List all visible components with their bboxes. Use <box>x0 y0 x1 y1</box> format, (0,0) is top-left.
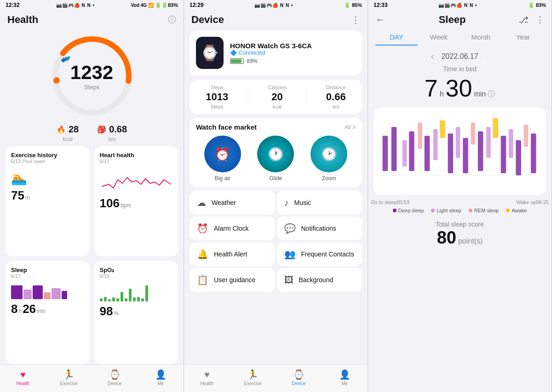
menu-music[interactable]: ♪ Music <box>277 191 362 215</box>
exercise-date: 6/13 Pool swim <box>11 159 84 164</box>
exercise-nav-label-d: Exercise <box>244 381 261 386</box>
nav-health-d[interactable]: ♥ Health <box>184 368 230 387</box>
svg-rect-16 <box>478 131 483 171</box>
wf-thumb-zoom: 🕑 <box>310 136 347 172</box>
status-icons-device: 📷🎬🎮🍎 N N • <box>254 3 293 8</box>
calories-metric-value: 20 <box>271 91 282 103</box>
exercise-nav-label: Exercise <box>60 381 77 386</box>
bottom-nav-device: ♥ Health 🏃 Exercise ⌚ Device 👤 Me <box>184 364 368 392</box>
nav-health[interactable]: ♥ Health <box>0 368 46 387</box>
exercise-nav-icon-d: 🏃 <box>247 369 259 380</box>
health-alert-icon: 🔔 <box>197 249 208 260</box>
share-icon[interactable]: ⎇ <box>519 15 529 25</box>
info-icon[interactable]: ⓘ <box>168 14 176 25</box>
status-bar-device: 12:29 📷🎬🎮🍎 N N • 🔋 85% <box>184 0 368 10</box>
menu-user-guidance[interactable]: 📋 User guidance <box>190 268 275 292</box>
menu-health-alert[interactable]: 🔔 Health Alert <box>190 242 275 266</box>
sleep-info-icon[interactable]: ⓘ <box>488 90 495 99</box>
spo2-title: SpO₂ <box>100 267 173 273</box>
back-button[interactable]: ← <box>375 14 385 26</box>
svg-rect-14 <box>463 138 468 173</box>
sleep-minutes: 30 <box>446 74 472 102</box>
rem-label: REM sleep <box>474 208 499 213</box>
light-label: Light sleep <box>437 208 461 213</box>
steps-circle: 👟 1232 Steps <box>48 32 136 119</box>
sleep-min-unit: min <box>474 90 486 103</box>
heart-value: 106 <box>100 196 120 210</box>
sleep-title: Sleep <box>439 14 466 26</box>
battery-row: 89% <box>230 58 312 64</box>
health-nav-icon-d: ♥ <box>204 369 210 380</box>
watch-face-zoom[interactable]: 🕑 Zoom <box>310 136 347 182</box>
spo2-card[interactable]: SpO₂ 6/15 98 % <box>94 261 178 364</box>
tab-year[interactable]: Year <box>502 29 544 45</box>
exercise-card[interactable]: Exercise history 6/13 Pool swim 🏊 75 m <box>6 146 90 256</box>
date-next[interactable]: › <box>486 51 489 62</box>
background-label: Background <box>299 276 334 284</box>
heart-chart-svg <box>100 170 173 193</box>
sleep-score-section: Total sleep score 80 point(s) <box>368 216 552 250</box>
sleep-h: h <box>18 308 22 314</box>
nav-me[interactable]: 👤 Me <box>138 368 184 387</box>
health-nav-label: Health <box>16 381 29 386</box>
watch-face-bigair[interactable]: ⏰ Big air <box>204 136 241 182</box>
nav-device[interactable]: ⌚ Device <box>92 368 138 387</box>
deep-dot <box>393 209 397 212</box>
health-stats-row: 🔥 28 kcal 🎒 0.68 km <box>0 122 184 146</box>
more-icon[interactable]: ⋮ <box>536 15 544 25</box>
svg-rect-23 <box>531 134 536 173</box>
wf-name-zoom: Zoom <box>322 175 336 182</box>
weather-icon: ☁ <box>197 197 206 208</box>
menu-row-4: 📋 User guidance 🖼 Background <box>190 268 362 292</box>
km-stat: 🎒 0.68 km <box>97 124 127 142</box>
sleep-card[interactable]: Sleep 6/17 8 h 26 min <box>6 261 90 364</box>
wf-name-bigair: Big air <box>215 175 230 182</box>
tab-week[interactable]: Week <box>418 29 460 45</box>
me-nav-icon: 👤 <box>155 369 167 380</box>
svg-rect-17 <box>486 127 491 158</box>
distance-metric-value: 0.66 <box>326 91 346 103</box>
legend-light: Light sleep <box>431 208 461 213</box>
menu-background[interactable]: 🖼 Background <box>277 268 362 292</box>
rem-dot <box>469 209 472 212</box>
me-nav-icon-d: 👤 <box>339 369 351 380</box>
alarm-icon: ⏰ <box>197 223 208 234</box>
wf-thumb-bigair: ⏰ <box>204 136 241 172</box>
status-battery-device: 🔋 85% <box>344 2 362 8</box>
swim-icon: 🏊 <box>11 170 84 186</box>
calories-metric-label: Calories <box>268 85 286 90</box>
tab-month[interactable]: Month <box>460 29 502 45</box>
heart-card[interactable]: Heart health 6/17 106 bpm <box>94 146 178 256</box>
nav-exercise-d[interactable]: 🏃 Exercise <box>230 368 276 387</box>
sleep-date-row: ‹ 2022.06.17 › <box>368 47 552 63</box>
nav-exercise[interactable]: 🏃 Exercise <box>46 368 92 387</box>
music-icon: ♪ <box>284 198 289 208</box>
nav-device-d[interactable]: ⌚ Device <box>276 368 322 387</box>
device-menu-dots[interactable]: ⋮ <box>351 14 360 25</box>
sleep-hours-unit: h <box>440 90 444 103</box>
me-nav-label-d: Me <box>341 381 348 386</box>
spo2-value: 98 <box>100 304 113 318</box>
device-nav-icon-d: ⌚ <box>293 369 305 380</box>
steps-label: Steps <box>84 84 99 91</box>
health-nav-label-d: Health <box>200 381 213 386</box>
nav-me-d[interactable]: 👤 Me <box>322 368 368 387</box>
wf-all[interactable]: All > <box>345 124 356 131</box>
divider <box>248 86 248 108</box>
awake-label: Awake <box>512 208 527 213</box>
menu-notifications[interactable]: 💬 Notifications <box>277 216 362 240</box>
time-bed-label: Time in bed <box>368 65 552 73</box>
sleep-time-bed: Time in bed 7 h 30 min ⓘ <box>368 63 552 105</box>
divider2 <box>306 86 306 108</box>
kcal-stat: 🔥 28 kcal <box>57 124 79 142</box>
wf-title: Watch face market <box>196 123 257 131</box>
svg-rect-4 <box>383 136 388 171</box>
menu-weather[interactable]: ☁ Weather <box>190 191 275 215</box>
watch-face-glide[interactable]: 🕐 Glide <box>257 136 294 182</box>
svg-rect-6 <box>402 140 407 167</box>
device-nav-icon: ⌚ <box>109 369 121 380</box>
tab-day[interactable]: DAY <box>375 29 418 45</box>
menu-frequent-contacts[interactable]: 👥 Frequent Contacts <box>277 242 362 266</box>
menu-alarm[interactable]: ⏰ Alarm Clock <box>190 216 275 240</box>
date-prev[interactable]: ‹ <box>431 51 434 62</box>
